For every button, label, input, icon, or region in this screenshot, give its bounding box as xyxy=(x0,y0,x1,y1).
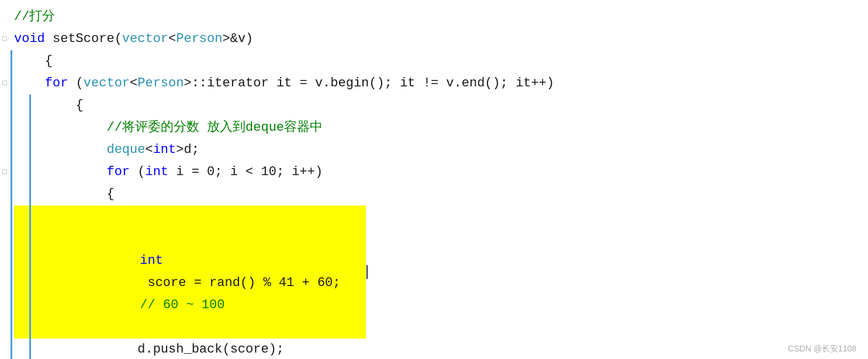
line-3: { xyxy=(0,50,868,72)
content-6: //将评委的分数 放入到deque容器中 xyxy=(9,117,323,139)
content-10: int score = rand() % 41 + 60; // 60 ~ 10… xyxy=(9,205,374,339)
highlight-span: int score = rand() % 41 + 60; // 60 ~ 10… xyxy=(14,205,366,339)
fold-9 xyxy=(0,183,9,205)
left-border-outer xyxy=(11,50,12,359)
block-outer: { □ for ( vector < Person >::iterator it… xyxy=(0,50,868,359)
content-11: d.push_back(score); xyxy=(9,339,284,359)
block-for1: □ for ( vector < Person >::iterator it =… xyxy=(0,72,868,359)
fold-6 xyxy=(0,117,9,139)
fold-10 xyxy=(0,261,9,283)
line-11: d.push_back(score); xyxy=(0,339,868,359)
block-for2-inner: { int score = rand() % 41 + 60; xyxy=(0,183,868,359)
line-8: □ for ( int i = 0; i < 10; i++) xyxy=(0,161,868,183)
content-5: { xyxy=(9,95,84,117)
fold-8: □ xyxy=(0,161,9,183)
left-border-inner xyxy=(29,95,31,359)
line-7: deque < int >d; xyxy=(0,139,868,161)
fold-3 xyxy=(0,50,9,72)
line-9: { xyxy=(0,183,868,205)
content-3: { xyxy=(9,50,53,72)
block-for1-inner: { //将评委的分数 放入到deque容器中 xyxy=(0,95,868,359)
line-4: □ for ( vector < Person >::iterator it =… xyxy=(0,72,868,95)
line-6: //将评委的分数 放入到deque容器中 xyxy=(0,117,868,139)
text-cursor xyxy=(366,265,374,279)
content-2: void setScore( vector < Person >&v) xyxy=(9,28,253,50)
line-5: { xyxy=(0,95,868,117)
line-10: int score = rand() % 41 + 60; // 60 ~ 10… xyxy=(0,205,868,339)
fold-4: □ xyxy=(0,72,9,95)
content-7: deque < int >d; xyxy=(9,139,199,161)
watermark: CSDN @长安1108 xyxy=(788,344,856,354)
content-8: for ( int i = 0; i < 10; i++) xyxy=(9,161,323,183)
fold-5 xyxy=(0,95,9,117)
content-1: //打分 xyxy=(9,6,55,28)
content-9: { xyxy=(9,183,115,205)
fold-1 xyxy=(0,6,9,28)
line-2: □ void setScore( vector < Person >&v) xyxy=(0,28,868,50)
line-1: //打分 xyxy=(0,6,868,28)
fold-2: □ xyxy=(0,28,9,50)
content-4: for ( vector < Person >::iterator it = v… xyxy=(9,72,554,95)
fold-11 xyxy=(0,339,9,359)
code-container: //打分 □ void setScore( vector < Person >&… xyxy=(0,0,868,359)
fold-7 xyxy=(0,139,9,161)
